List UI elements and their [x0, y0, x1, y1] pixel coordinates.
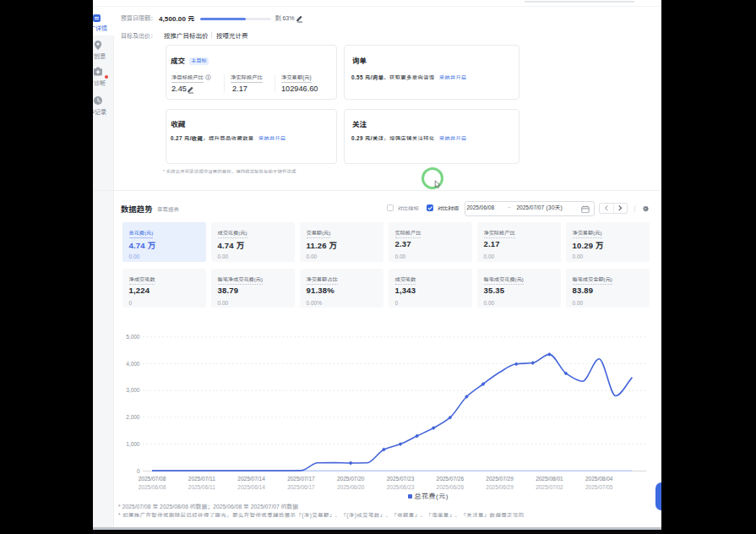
svg-text:0: 0	[137, 468, 140, 474]
svg-text:2025/07/05: 2025/07/05	[585, 484, 613, 490]
svg-text:2025/07/26: 2025/07/26	[437, 476, 465, 482]
svg-text:3,000: 3,000	[126, 387, 140, 393]
svg-text:2025/07/29: 2025/07/29	[486, 476, 514, 482]
svg-text:2025/08/04: 2025/08/04	[585, 476, 613, 482]
svg-text:2025/06/11: 2025/06/11	[188, 484, 215, 490]
svg-text:2025/07/17: 2025/07/17	[287, 476, 315, 482]
svg-text:2025/07/23: 2025/07/23	[387, 476, 415, 482]
svg-text:2025/08/01: 2025/08/01	[536, 476, 563, 482]
svg-text:2025/07/11: 2025/07/11	[188, 476, 215, 482]
svg-text:2025/06/08: 2025/06/08	[139, 484, 166, 490]
svg-text:2025/06/26: 2025/06/26	[437, 484, 465, 490]
svg-text:2025/06/23: 2025/06/23	[387, 484, 415, 490]
svg-text:2025/06/29: 2025/06/29	[486, 484, 514, 490]
svg-text:2025/06/20: 2025/06/20	[337, 484, 365, 490]
svg-text:2025/07/08: 2025/07/08	[139, 476, 166, 482]
svg-text:1,000: 1,000	[126, 441, 140, 447]
svg-text:2025/07/20: 2025/07/20	[337, 476, 365, 482]
svg-text:2025/07/02: 2025/07/02	[536, 484, 563, 490]
svg-text:2025/07/14: 2025/07/14	[237, 476, 265, 482]
svg-text:2025/06/17: 2025/06/17	[287, 484, 315, 490]
svg-text:2,000: 2,000	[126, 414, 140, 420]
svg-text:2025/06/14: 2025/06/14	[237, 484, 265, 490]
svg-text:4,000: 4,000	[126, 361, 140, 367]
svg-text:5,000: 5,000	[126, 334, 140, 340]
